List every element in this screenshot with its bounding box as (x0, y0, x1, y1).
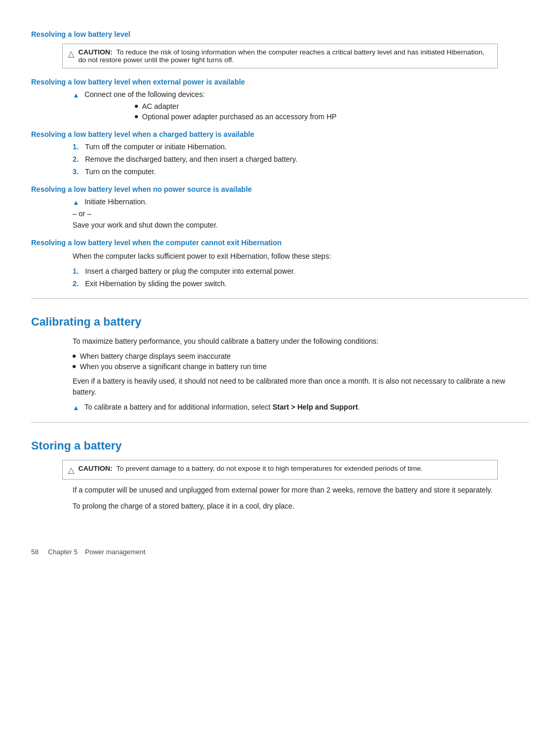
calibrating-body: Even if a battery is heavily used, it sh… (73, 376, 529, 398)
calibrating-intro: To maximize battery performance, you sho… (73, 336, 529, 347)
connect-devices-text: Connect one of the following devices: (85, 90, 205, 99)
heading-resolving-low-battery: Resolving a low battery level (31, 30, 529, 38)
caution-label: CAUTION: (78, 48, 113, 56)
heading-cannot-exit: Resolving a low battery level when the c… (31, 238, 529, 247)
triangle-connect-devices: ▲ Connect one of the following devices: (73, 90, 529, 99)
caution-label-storing: CAUTION: (78, 465, 113, 472)
ac-adapter-text: AC adapter (142, 102, 179, 110)
num-2: 2. (73, 155, 82, 163)
step-2-exit-text: Exit Hibernation by sliding the power sw… (85, 279, 227, 288)
step-2-exit: 2. Exit Hibernation by sliding the power… (73, 279, 529, 288)
caution-text-storing: CAUTION: To prevent damage to a battery,… (78, 465, 423, 472)
external-power-content: ▲ Connect one of the following devices: … (73, 90, 529, 121)
step-2-charged: 2. Remove the discharged battery, and th… (73, 155, 529, 163)
charged-battery-content: 1. Turn off the computer or initiate Hib… (73, 143, 529, 176)
page-footer: 58 Chapter 5 Power management (31, 543, 529, 556)
device-bullets: AC adapter Optional power adapter purcha… (135, 102, 529, 121)
step-2-text: Remove the discharged battery, and then … (85, 155, 298, 163)
triangle-icon-calibrate: ▲ (73, 404, 79, 412)
dot-cal-2 (73, 365, 76, 368)
dot-icon (135, 105, 138, 108)
caution-triangle-icon: △ (68, 49, 74, 59)
section-resolving-low-battery: Resolving a low battery level △ CAUTION:… (31, 30, 529, 288)
triangle-icon-hibernate: ▲ (73, 199, 79, 206)
num-2-exit: 2. (73, 279, 82, 288)
step-1-charged: 1. Turn off the computer or initiate Hib… (73, 143, 529, 151)
step-1-exit: 1. Insert a charged battery or plug the … (73, 267, 529, 275)
section-calibrating-battery: Calibrating a battery To maximize batter… (31, 315, 529, 412)
heading-storing-battery: Storing a battery (31, 439, 529, 455)
heading-calibrating-battery: Calibrating a battery (31, 315, 529, 331)
chapter-title: Power management (85, 548, 145, 556)
calibrating-bullets: When battery charge displays seem inaccu… (73, 352, 529, 371)
hibernate-text: Initiate Hibernation. (85, 198, 147, 206)
storing-para-2: To prolong the charge of a stored batter… (73, 501, 529, 512)
run-time-text: When you observe a significant change in… (80, 362, 267, 371)
no-power-content: ▲ Initiate Hibernation. – or – Save your… (73, 198, 529, 229)
step-3-text: Turn on the computer. (85, 167, 156, 176)
bullet-run-time: When you observe a significant change in… (73, 362, 529, 371)
num-1: 1. (73, 143, 82, 151)
dot-icon-2 (135, 115, 138, 118)
optional-adapter-text: Optional power adapter purchased as an a… (142, 113, 337, 121)
caution-box-low-battery: △ CAUTION: To reduce the risk of losing … (62, 44, 498, 68)
caution-text-low-battery: CAUTION: To reduce the risk of losing in… (78, 48, 490, 64)
bullet-ac-adapter: AC adapter (135, 102, 529, 110)
caution-box-storing: △ CAUTION: To prevent damage to a batter… (62, 460, 498, 480)
cannot-exit-intro: When the computer lacks sufficient power… (73, 251, 529, 262)
dot-cal-1 (73, 355, 76, 358)
num-3: 3. (73, 167, 82, 176)
heading-no-power: Resolving a low battery level when no po… (31, 185, 529, 193)
triangle-icon-connect: ▲ (73, 91, 79, 99)
step-1-text: Turn off the computer or initiate Hibern… (85, 143, 227, 151)
section-storing-battery: Storing a battery △ CAUTION: To prevent … (31, 439, 529, 512)
triangle-hibernate: ▲ Initiate Hibernation. (73, 198, 529, 206)
save-work-text: Save your work and shut down the compute… (73, 221, 529, 229)
num-1-exit: 1. (73, 267, 82, 275)
chapter-label: Chapter 5 (48, 548, 78, 556)
bullet-charge-display: When battery charge displays seem inaccu… (73, 352, 529, 360)
heading-external-power: Resolving a low battery level when exter… (31, 78, 529, 86)
caution-triangle-icon-storing: △ (68, 465, 74, 475)
storing-para-1: If a computer will be unused and unplugg… (73, 485, 529, 496)
heading-charged-battery: Resolving a low battery level when a cha… (31, 130, 529, 138)
or-divider: – or – (73, 209, 529, 218)
step-1-exit-text: Insert a charged battery or plug the com… (85, 267, 295, 275)
page-number: 58 (31, 548, 38, 556)
charge-display-text: When battery charge displays seem inaccu… (80, 352, 231, 360)
cannot-exit-steps: 1. Insert a charged battery or plug the … (73, 267, 529, 288)
calibrate-info-text: To calibrate a battery and for additiona… (85, 403, 360, 411)
triangle-calibrate-info: ▲ To calibrate a battery and for additio… (73, 403, 529, 412)
bullet-optional-adapter: Optional power adapter purchased as an a… (135, 113, 529, 121)
step-3-charged: 3. Turn on the computer. (73, 167, 529, 176)
